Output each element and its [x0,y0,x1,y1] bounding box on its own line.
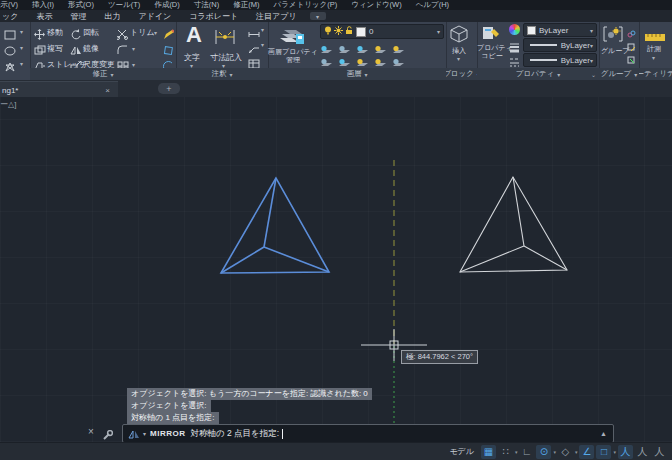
mirror-command-icon [128,425,140,443]
ribbon-tab[interactable]: ック [0,11,27,22]
fillet-flyout-caret[interactable]: ▾ [132,45,135,52]
active-command-name: MIRROR [150,429,185,438]
properties-panel-label[interactable]: プロパティ▾ ⌄ [477,68,599,80]
ribbon-tab[interactable]: 出力 [95,11,129,22]
model-space-button[interactable]: モデル [449,446,474,457]
polygon-tool-icon[interactable] [4,58,16,76]
mirror-button[interactable]: 鏡像 [83,43,99,54]
ribbon-tab-row: ック表示管理出力アドインコラボレート注目アプリ▾ [0,10,672,22]
polar-tracking-icon-caret[interactable]: ▾ [553,449,556,455]
insert-block-icon[interactable] [450,25,468,47]
isodraft-icon-caret[interactable]: ▾ [575,449,578,455]
layers-panel-label[interactable]: 画層▾ [268,68,446,80]
layer-on-bulb-icon [324,26,332,37]
menu-item[interactable]: ヘルプ(H) [409,0,456,10]
utilities-panel: 計測 ▾ ユーティリティ [639,22,672,80]
drawing-tab-name: ng1* [2,86,18,95]
menu-item[interactable]: 寸法(N) [187,0,226,10]
color-dropdown[interactable]: ByLayer▾ [523,23,597,37]
command-history-line: オブジェクトを選択: もう一方のコーナーを指定: 認識された数: 0 [127,388,372,400]
group-icon[interactable] [603,26,623,46]
status-toggles: ▦∷▾∟⊙▾◇▾∠□▾人人人 [480,445,668,459]
dimension-button[interactable]: 寸法記入 [210,52,242,63]
lineweight-dropdown[interactable]: ByLayer▾ [523,38,597,52]
ortho-icon[interactable]: ∟ [519,445,534,459]
menu-item[interactable]: 形式(O) [61,0,101,10]
block-panel-label[interactable]: ブロック▾ [446,68,477,80]
command-options-caret[interactable]: ▾ [143,430,146,437]
object-snap-icon-caret[interactable]: ▾ [613,449,616,455]
properties-panel: プロパティコピー ByLayer▾ ByLayer▾ ByLayer▾ プロパテ… [477,22,600,80]
ribbon-tab[interactable]: 管理 [61,11,95,22]
trim-button[interactable]: トリム [130,27,155,38]
group-selection-icon[interactable] [627,51,636,69]
annotation-autoscale-icon[interactable]: 人 [635,445,650,459]
command-line[interactable]: ▾ MIRROR 対称軸の 2 点目を指定: ▲ [122,424,614,443]
file-tab-bar: ng1* × + [0,80,672,97]
layer-select-dropdown[interactable]: 0 ▾ [320,24,444,39]
menu-item[interactable]: ウィンドウ(W) [344,0,408,10]
ribbon-tab[interactable]: コラボレート [180,11,247,22]
command-close-icon[interactable]: × [88,426,94,437]
annotate-panel: A 文字 ▾ 寸法記入 ▾ ▾ ▾ 注釈▾ [176,22,269,80]
layer-properties-button[interactable]: 画層プロパティ管理 [268,48,318,64]
dimension-icon[interactable] [214,28,236,50]
snap-icon[interactable]: ∷ [498,445,513,459]
ellipse-flyout-caret[interactable]: ▾ [20,44,23,51]
panel-launcher-icon[interactable]: ⌄ [591,71,596,78]
object-snap-icon[interactable]: □ [596,445,611,459]
isodraft-icon[interactable]: ◇ [558,445,573,459]
text-cursor [282,429,283,439]
linetype-dropdown[interactable]: ByLayer▾ [523,53,597,67]
layer-unlock-icon [345,26,353,37]
leader-caret[interactable]: ▾ [261,41,264,48]
array-flyout-caret[interactable]: ▾ [132,61,135,68]
drawing-tab[interactable]: ng1* × [0,81,118,98]
match-properties-button[interactable]: プロパティコピー [477,44,507,60]
match-properties-icon[interactable] [482,25,500,45]
text-icon[interactable]: A [186,22,202,48]
grid-icon[interactable]: ▦ [481,445,496,459]
trim-flyout-caret[interactable]: ▾ [154,29,157,36]
ribbon-tab[interactable]: 表示 [27,11,61,22]
polygon-flyout-caret[interactable]: ▾ [20,60,23,67]
status-bar: モデル ▦∷▾∟⊙▾◇▾∠□▾人人人 [0,442,672,460]
menu-item[interactable]: パラメトリック(P) [266,0,344,10]
menu-item[interactable]: 作成(D) [147,0,186,10]
menu-item[interactable]: 挿入(I) [25,0,61,10]
copy-button[interactable]: 複写 [47,43,63,54]
group-button[interactable]: グループ [601,46,630,56]
menu-item[interactable]: 修正(M) [226,0,266,10]
measure-button[interactable]: 計測 [647,44,661,54]
rectangle-flyout-caret[interactable]: ▾ [20,28,23,35]
dim-style-caret[interactable]: ▾ [261,26,264,33]
modify-panel-label[interactable]: 修正▾ [30,68,176,80]
ribbon-tab[interactable]: 注目アプリ [247,11,306,22]
new-drawing-tab-button[interactable]: + [158,83,180,94]
move-button[interactable]: 移動 [47,27,63,38]
viewport-controls-fragment[interactable]: ー△] [0,99,16,110]
annotation-visibility-icon[interactable]: 人 [618,445,633,459]
group-panel-label[interactable]: グループ▾ [599,68,639,80]
annotate-panel-label[interactable]: 注釈▾ [176,68,268,80]
ribbon-display-options-icon[interactable]: ▾ [310,12,326,20]
polar-tracking-icon[interactable]: ⊙ [536,445,551,459]
ribbon-tab[interactable]: アドイン [129,11,180,22]
layers-panel: 画層プロパティ管理 0 ▾ 画層▾ [268,22,447,80]
group-panel: グループ グループ▾ [599,22,640,80]
layer-properties-icon[interactable] [280,24,306,50]
tab-close-icon[interactable]: × [105,86,110,95]
menu-item[interactable]: ツール(T) [101,0,147,10]
color-wheel-icon[interactable] [509,24,520,35]
rotate-button[interactable]: 回転 [83,27,99,38]
snap-icon-caret[interactable]: ▾ [515,449,518,455]
utilities-panel-label[interactable]: ユーティリティ [639,68,672,80]
measure-caret[interactable]: ▾ [652,54,655,61]
command-history-toggle-icon[interactable]: ▲ [600,430,607,437]
layer-dropdown-caret[interactable]: ▾ [437,28,440,35]
layer-color-swatch [356,27,366,37]
insert-caret[interactable]: ▾ [457,55,460,62]
menu-item[interactable]: 表示(V) [0,0,25,10]
annotation-scale-icon[interactable]: 人 [652,445,667,459]
object-snap-tracking-icon[interactable]: ∠ [579,445,594,459]
